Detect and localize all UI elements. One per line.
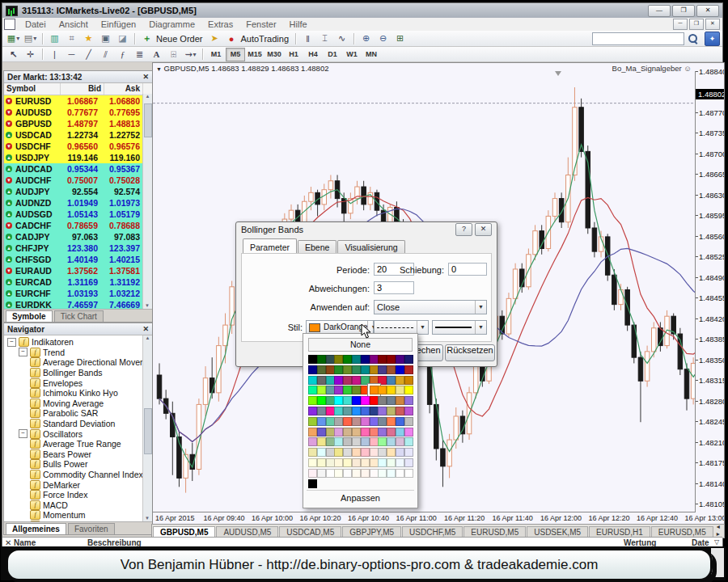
color-swatch[interactable] — [334, 437, 343, 446]
menu-einfügen[interactable]: Einfügen — [95, 19, 142, 29]
color-swatch[interactable] — [378, 376, 387, 385]
color-swatch[interactable] — [343, 386, 352, 394]
color-swatch[interactable] — [378, 458, 387, 467]
color-swatch[interactable] — [361, 458, 370, 467]
color-swatch[interactable] — [378, 396, 387, 405]
child-minimize-button[interactable]: ─ — [673, 19, 688, 30]
color-swatch[interactable] — [387, 417, 396, 426]
time-axis[interactable]: 16 Apr 201516 Apr 09:4016 Apr 10:0016 Ap… — [153, 512, 696, 525]
color-swatch[interactable] — [343, 365, 352, 374]
color-swatch[interactable] — [308, 437, 317, 446]
color-swatch[interactable] — [352, 448, 361, 457]
color-swatch[interactable] — [378, 469, 387, 478]
timeframe-m15[interactable]: M15 — [245, 48, 265, 61]
color-swatch[interactable] — [404, 458, 413, 467]
tree-item-envelopes[interactable]: fEnvelopes — [4, 377, 152, 388]
community-button[interactable]: ✦ — [705, 32, 720, 46]
chart-tab-scroll-arrows[interactable]: ◂ ▸ — [713, 524, 724, 538]
color-swatch[interactable] — [317, 437, 326, 446]
menu-hilfe[interactable]: Hilfe — [283, 19, 314, 29]
new-order-icon[interactable]: ＋ — [139, 32, 154, 45]
color-swatch[interactable] — [343, 448, 352, 457]
color-swatch[interactable] — [361, 428, 370, 436]
color-swatch[interactable] — [352, 437, 361, 446]
tree-item-macd[interactable]: fMACD — [4, 500, 152, 511]
menu-diagramme[interactable]: Diagramme — [142, 19, 201, 29]
color-swatch[interactable] — [370, 448, 379, 457]
tree-item-demarker[interactable]: fDeMarker — [4, 479, 152, 490]
timeframe-m30[interactable]: M30 — [265, 48, 284, 61]
color-swatch[interactable] — [308, 469, 317, 478]
color-swatch[interactable] — [370, 407, 379, 415]
tree-item-commodity-channel-index[interactable]: fCommodity Channel Index — [4, 470, 152, 480]
strategy-tester-toggle[interactable]: ◪ — [115, 32, 130, 45]
color-swatch[interactable] — [343, 417, 352, 426]
color-swatch[interactable] — [317, 386, 326, 394]
color-swatch[interactable] — [396, 386, 404, 394]
tree-item-trend[interactable]: −fTrend — [4, 348, 152, 358]
color-swatch[interactable] — [378, 428, 387, 436]
new-order-button[interactable]: Neue Order — [156, 34, 202, 44]
cursor-tool[interactable]: ↖ — [6, 48, 21, 61]
bar-chart-type-button[interactable]: ‖ — [300, 32, 315, 45]
color-swatch[interactable] — [308, 407, 317, 415]
channel-tool[interactable]: ⫽ — [98, 48, 113, 61]
color-swatch[interactable] — [387, 407, 396, 415]
color-swatch[interactable] — [370, 376, 379, 385]
tree-expander-icon[interactable]: − — [7, 338, 16, 347]
market-watch-toggle[interactable]: ▥ — [47, 32, 62, 45]
tree-item-bears-power[interactable]: fBears Power — [4, 449, 152, 460]
color-swatch[interactable] — [352, 386, 361, 394]
color-swatch[interactable] — [352, 407, 361, 415]
color-swatch[interactable] — [317, 458, 326, 467]
color-swatch[interactable] — [361, 407, 370, 415]
tree-item-average-true-range[interactable]: fAverage True Range — [4, 439, 152, 449]
color-swatch[interactable] — [396, 355, 404, 364]
color-swatch[interactable] — [404, 448, 413, 457]
color-swatch[interactable] — [326, 437, 335, 446]
color-swatch[interactable] — [404, 355, 413, 364]
market-watch-row-audchf[interactable]: ▼AUDCHF0.750070.75028 — [4, 175, 152, 186]
chart-tab-8[interactable]: EURUSD,M5 — [651, 526, 713, 538]
zoom-out-button[interactable]: ⊖ — [375, 32, 391, 45]
color-swatch[interactable] — [308, 417, 317, 426]
ea-smiley-icon[interactable]: ☺ — [684, 64, 692, 73]
color-swatch[interactable] — [378, 365, 387, 374]
color-swatch[interactable] — [352, 417, 361, 426]
market-watch-row-euraud[interactable]: ▼EURAUD1.375621.37581 — [4, 265, 152, 276]
market-watch-row-audcad[interactable]: ▲AUDCAD0.953440.95367 — [4, 163, 152, 175]
market-watch-scrollbar[interactable]: ▲ ▼ — [142, 94, 152, 309]
profiles-button[interactable]: ▤▾ — [23, 32, 38, 45]
color-swatch[interactable] — [378, 448, 387, 457]
color-swatch[interactable] — [404, 428, 413, 436]
color-swatch[interactable] — [343, 428, 352, 436]
color-swatch[interactable] — [326, 365, 335, 374]
market-watch-row-cadchf[interactable]: ▼CADCHF0.786590.78688 — [4, 220, 152, 231]
menu-extras[interactable]: Extras — [201, 19, 239, 29]
color-swatch[interactable] — [387, 428, 396, 436]
color-swatch[interactable] — [334, 386, 343, 394]
search-input[interactable] — [592, 32, 684, 45]
color-swatch[interactable] — [404, 417, 413, 426]
menu-datei[interactable]: Datei — [19, 19, 53, 29]
color-swatch[interactable] — [317, 417, 326, 426]
color-swatch[interactable] — [352, 428, 361, 436]
market-watch-row-usdcad[interactable]: ▲USDCAD1.227341.22752 — [4, 129, 152, 141]
color-swatch[interactable] — [343, 437, 352, 446]
color-swatch[interactable] — [361, 448, 370, 457]
tree-item-momentum[interactable]: fMomentum — [4, 510, 152, 521]
tree-item-oscillators[interactable]: −fOscillators — [4, 428, 152, 439]
color-swatch[interactable] — [326, 458, 335, 467]
new-chart-button[interactable]: ▦▾ — [6, 32, 21, 45]
color-swatch[interactable] — [326, 469, 335, 478]
color-swatch[interactable] — [343, 376, 352, 385]
color-swatch[interactable] — [396, 407, 404, 415]
color-swatch[interactable] — [378, 437, 387, 446]
color-swatch[interactable] — [370, 365, 379, 374]
horizontal-line-tool[interactable]: ─ — [64, 48, 79, 61]
color-swatch[interactable] — [317, 355, 326, 364]
color-swatch[interactable] — [326, 376, 335, 385]
color-swatch[interactable] — [308, 396, 317, 405]
color-swatch[interactable] — [326, 386, 335, 394]
color-swatch[interactable] — [404, 396, 413, 405]
